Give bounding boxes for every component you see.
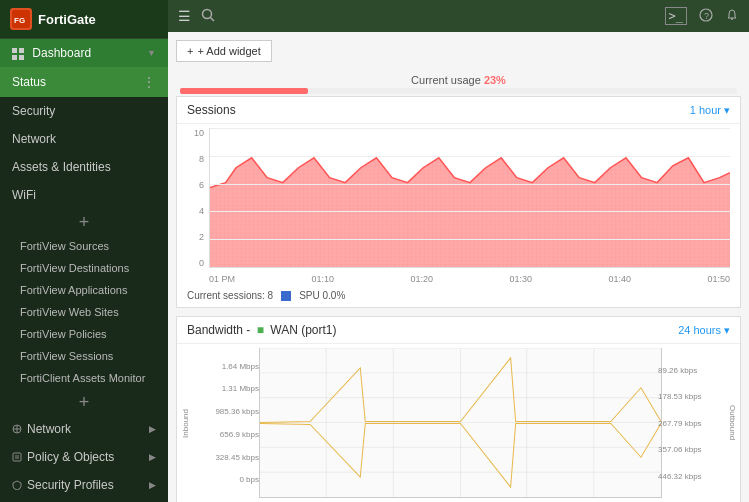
- sidebar-item-wifi[interactable]: WiFi: [0, 181, 168, 209]
- sidebar-add-button-2[interactable]: +: [0, 389, 168, 415]
- policy-icon: [12, 452, 22, 462]
- sidebar-item-status-label: Status: [12, 75, 46, 89]
- svg-text:?: ?: [704, 11, 709, 21]
- sidebar-item-policy-label: Policy & Objects: [27, 450, 114, 464]
- bw-y-axis-left: 1.64 Mbps 1.31 Mbps 985.36 kbps 656.9 kb…: [191, 348, 261, 498]
- sessions-time-range[interactable]: 1 hour ▾: [690, 104, 730, 117]
- outbound-label-container: Outbound: [726, 348, 738, 498]
- sidebar-logo-text: FortiGate: [38, 12, 96, 27]
- sidebar-item-fortiview-destinations[interactable]: FortiView Destinations: [0, 257, 168, 279]
- sidebar-item-policy-objects[interactable]: Policy & Objects ▶: [0, 443, 168, 471]
- notification-bell-icon[interactable]: [725, 8, 739, 25]
- sidebar-item-dashboard[interactable]: Dashboard ▼: [0, 39, 168, 67]
- sidebar-logo[interactable]: FG FortiGate: [0, 0, 168, 39]
- sidebar-item-fortiview-applications[interactable]: FortiView Applications: [0, 279, 168, 301]
- inbound-label: Inbound: [181, 409, 190, 438]
- usage-fill: [180, 88, 308, 94]
- svg-marker-27: [210, 158, 730, 267]
- sessions-title: Sessions: [187, 103, 236, 117]
- bandwidth-widget-body: Inbound 1.64 Mbps 1.31 Mbps 985.36 kbps …: [177, 344, 740, 502]
- svg-text:FG: FG: [14, 16, 25, 25]
- sessions-svg-chart: [210, 128, 730, 267]
- sidebar-item-security-profiles-label: Security Profiles: [27, 478, 114, 492]
- topbar-search-icon[interactable]: [201, 8, 215, 25]
- bandwidth-chart: Inbound 1.64 Mbps 1.31 Mbps 985.36 kbps …: [179, 348, 738, 502]
- svg-rect-4: [12, 55, 17, 60]
- sidebar-item-network-label: Network: [12, 132, 56, 146]
- network-chevron-icon: ▶: [149, 424, 156, 434]
- bw-y-axis-right: 89.26 kbps 178.53 kbps 267.79 kbps 357.0…: [656, 348, 726, 498]
- wan-icon: ■: [257, 323, 264, 337]
- sidebar-item-fortiview-policies[interactable]: FortiView Policies: [0, 323, 168, 345]
- grid-line: [210, 239, 730, 240]
- sidebar-item-security[interactable]: Security: [0, 97, 168, 125]
- main-content: + + Add widget Current usage 23% Session…: [168, 32, 749, 502]
- shield-icon: [12, 480, 22, 490]
- sessions-widget-header: Sessions 1 hour ▾: [177, 97, 740, 124]
- add-widget-button[interactable]: + + Add widget: [176, 40, 272, 62]
- add-widget-plus-icon: +: [187, 45, 193, 57]
- bandwidth-widget-header: Bandwidth - ■ WAN (port1) 24 hours ▾: [177, 317, 740, 344]
- svg-rect-5: [19, 55, 24, 60]
- sidebar-item-security-label: Security: [12, 104, 55, 118]
- spu-label: SPU 0.0%: [299, 290, 345, 301]
- sidebar-item-network[interactable]: Network: [0, 125, 168, 153]
- usage-value: 23%: [484, 74, 506, 86]
- inbound-label-container: Inbound: [179, 348, 191, 498]
- fortigate-logo-icon: FG: [10, 8, 32, 30]
- dashboard-chevron-icon: ▼: [147, 48, 156, 58]
- sidebar-item-forticlient-assets[interactable]: FortiClient Assets Monitor: [0, 367, 168, 389]
- grid-line: [210, 184, 730, 185]
- sidebar-item-assets[interactable]: Assets & Identities: [0, 153, 168, 181]
- svg-rect-9: [13, 453, 21, 461]
- svg-line-21: [211, 17, 215, 21]
- sessions-chart: 10 8 6 4 2 0: [183, 128, 734, 288]
- sessions-widget-body: 10 8 6 4 2 0: [177, 124, 740, 307]
- outbound-label: Outbound: [728, 405, 737, 440]
- bandwidth-title: Bandwidth - ■ WAN (port1): [187, 323, 337, 337]
- policy-chevron-icon: ▶: [149, 452, 156, 462]
- sidebar-item-wifi-label: WiFi: [12, 188, 36, 202]
- sidebar-item-fortiview-websites[interactable]: FortiView Web Sites: [0, 301, 168, 323]
- sidebar-item-network-group-label: Network: [27, 422, 71, 436]
- bandwidth-widget: Bandwidth - ■ WAN (port1) 24 hours ▾ Inb…: [176, 316, 741, 502]
- sidebar-item-fortiview-sources[interactable]: FortiView Sources: [0, 235, 168, 257]
- sessions-footer: Current sessions: 8 SPU 0.0%: [183, 288, 734, 303]
- sessions-x-axis: 01 PM 01:10 01:20 01:30 01:40 01:50: [209, 270, 730, 288]
- sidebar-item-fortiview-sessions[interactable]: FortiView Sessions: [0, 345, 168, 367]
- sidebar-item-security-profiles[interactable]: Security Profiles ▶: [0, 471, 168, 499]
- sidebar-item-assets-label: Assets & Identities: [12, 160, 111, 174]
- help-icon[interactable]: ?: [699, 8, 713, 25]
- usage-bar: Current usage 23%: [176, 70, 741, 96]
- spu-color-box: [281, 291, 291, 301]
- network-icon: [12, 424, 22, 434]
- bandwidth-time-range[interactable]: 24 hours ▾: [678, 324, 730, 337]
- svg-rect-2: [12, 48, 17, 53]
- sidebar-item-network-group[interactable]: Network ▶: [0, 415, 168, 443]
- security-profiles-chevron-icon: ▶: [149, 480, 156, 490]
- svg-rect-3: [19, 48, 24, 53]
- sidebar-item-status[interactable]: Status ⋮: [0, 67, 168, 97]
- grid-line: [210, 128, 730, 129]
- bandwidth-svg-chart: [260, 348, 661, 497]
- status-options-icon[interactable]: ⋮: [142, 74, 156, 90]
- sidebar-add-button-1[interactable]: +: [0, 209, 168, 235]
- sessions-widget: Sessions 1 hour ▾ 10 8 6 4 2 0: [176, 96, 741, 308]
- sessions-chart-area: [209, 128, 730, 268]
- topbar: ☰ >_ ?: [168, 0, 749, 32]
- grid-line: [210, 211, 730, 212]
- sidebar-item-label: Dashboard: [12, 46, 91, 60]
- hamburger-menu-icon[interactable]: ☰: [178, 8, 191, 24]
- sessions-y-axis: 10 8 6 4 2 0: [183, 128, 207, 268]
- sidebar: FG FortiGate Dashboard ▼ Status ⋮ Securi…: [0, 0, 168, 502]
- terminal-icon[interactable]: >_: [665, 7, 687, 25]
- bw-chart-area: [259, 348, 662, 498]
- topbar-right-icons: >_ ?: [665, 7, 739, 25]
- current-sessions-label: Current sessions: 8: [187, 290, 273, 301]
- grid-line: [210, 156, 730, 157]
- svg-point-20: [203, 9, 212, 18]
